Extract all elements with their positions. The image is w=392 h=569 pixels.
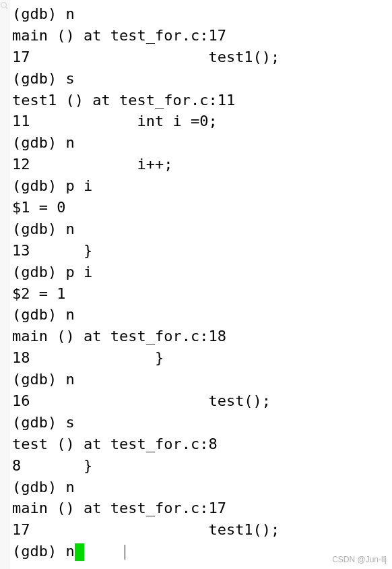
terminal-line: main () at test_for.c:17 <box>12 498 392 519</box>
gdb-command: s <box>65 414 74 431</box>
terminal-line: test1 () at test_for.c:11 <box>12 90 392 111</box>
terminal-line: (gdb) n <box>12 369 392 390</box>
terminal-line: (gdb) n <box>12 304 392 326</box>
gdb-prompt: (gdb) <box>12 306 65 323</box>
gdb-command: n <box>65 134 74 151</box>
output-text: 12 i++; <box>12 156 172 173</box>
terminal-line: 16 test(); <box>12 390 392 412</box>
terminal-line: 11 int i =0; <box>12 111 392 132</box>
gdb-prompt: (gdb) <box>12 371 65 388</box>
output-text: 11 int i =0; <box>12 113 218 129</box>
terminal-line: (gdb) s <box>12 412 392 433</box>
terminal-line: main () at test_for.c:17 <box>12 25 392 47</box>
gdb-command: n <box>65 5 74 22</box>
terminal-line: $2 = 1 <box>12 283 392 305</box>
terminal-line: 17 test1(); <box>12 519 392 541</box>
terminal-line: (gdb) p i <box>12 175 392 197</box>
editor-gutter <box>0 0 9 569</box>
terminal-line: 12 i++; <box>12 154 392 175</box>
terminal-line: (gdb) p i <box>12 262 392 283</box>
gdb-prompt: (gdb) <box>12 479 65 496</box>
output-text: test () at test_for.c:8 <box>12 436 218 452</box>
output-text: $1 = 0 <box>12 199 65 216</box>
terminal-line: (gdb) n <box>12 218 392 240</box>
gdb-command: p i <box>65 264 92 280</box>
output-text: 8 } <box>12 457 92 474</box>
terminal-line: (gdb) n <box>12 3 392 25</box>
output-text: 13 } <box>12 242 92 259</box>
watermark-text: CSDN @Jun-llj <box>332 554 387 566</box>
output-text: 17 test1(); <box>12 521 280 538</box>
terminal-line: 8 } <box>12 455 392 477</box>
gdb-prompt: (gdb) <box>12 264 65 280</box>
terminal-line: 17 test1(); <box>12 47 392 68</box>
terminal-line: main () at test_for.c:18 <box>12 326 392 347</box>
gdb-prompt: (gdb) <box>12 5 65 22</box>
gdb-command: n <box>65 306 74 323</box>
terminal-line: $1 = 0 <box>12 197 392 218</box>
output-text: main () at test_for.c:18 <box>12 328 226 345</box>
gdb-prompt: (gdb) <box>12 414 65 431</box>
search-icon <box>1 2 8 9</box>
terminal-line: (gdb) s <box>12 68 392 90</box>
output-text: 17 test1(); <box>12 49 280 65</box>
gdb-command: n <box>65 220 74 237</box>
gdb-prompt: (gdb) <box>12 220 65 237</box>
terminal-line: 13 } <box>12 240 392 262</box>
gdb-prompt: (gdb) <box>12 134 65 151</box>
output-text: test1 () at test_for.c:11 <box>12 92 235 109</box>
gdb-prompt: (gdb) <box>12 543 65 560</box>
output-text: 18 } <box>12 349 164 366</box>
text-cursor-icon <box>125 545 126 560</box>
gdb-prompt: (gdb) <box>12 70 65 87</box>
terminal-line: (gdb) n <box>12 477 392 498</box>
gdb-command: n <box>65 371 74 388</box>
gdb-command: p i <box>65 177 92 194</box>
output-text: 16 test(); <box>12 392 271 409</box>
gdb-prompt: (gdb) <box>12 177 65 194</box>
output-text: main () at test_for.c:17 <box>12 500 226 516</box>
output-text: main () at test_for.c:17 <box>12 27 226 44</box>
terminal-cursor <box>75 543 84 561</box>
terminal-line: (gdb) n <box>12 132 392 154</box>
gdb-command: s <box>65 70 74 87</box>
terminal-output[interactable]: (gdb) nmain () at test_for.c:1717 test1(… <box>12 3 392 562</box>
output-text: $2 = 1 <box>12 285 65 302</box>
gdb-command: n <box>65 543 74 560</box>
gdb-command: n <box>65 479 74 496</box>
terminal-line: test () at test_for.c:8 <box>12 433 392 455</box>
terminal-line: 18 } <box>12 347 392 369</box>
